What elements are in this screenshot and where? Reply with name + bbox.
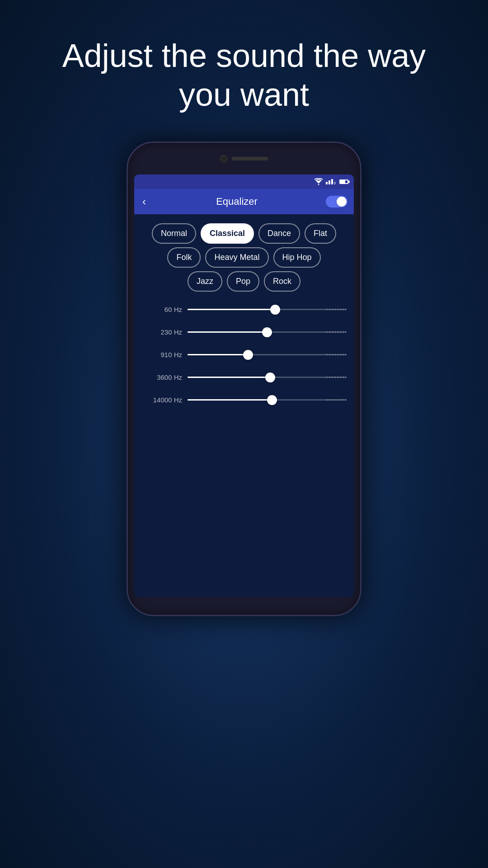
slider-dots (326, 399, 347, 401)
svg-marker-1 (318, 184, 319, 185)
back-button[interactable]: ‹ (141, 193, 148, 210)
slider-3600hz[interactable] (188, 373, 347, 382)
slider-230hz[interactable] (188, 328, 347, 337)
headline-line1: Adjust the sound the way (62, 38, 426, 74)
preset-row-3: Jazz Pop Rock (141, 271, 347, 292)
slider-thumb[interactable] (267, 395, 277, 405)
slider-filled (188, 377, 270, 378)
speaker-grille (232, 157, 268, 160)
preset-hip-hop[interactable]: Hip Hop (273, 247, 321, 268)
headline-line2: you want (179, 76, 309, 113)
slider-filled (188, 354, 248, 355)
slider-thumb[interactable] (265, 373, 275, 382)
slider-thumb[interactable] (243, 350, 253, 360)
slider-label-60hz: 60 Hz (141, 306, 182, 313)
phone-screen: ‹ Equalizer Normal Classical Dance Flat … (134, 175, 354, 597)
slider-filled (188, 309, 275, 310)
preset-classical[interactable]: Classical (201, 223, 254, 244)
slider-dots (326, 331, 347, 333)
slider-60hz[interactable] (188, 305, 347, 314)
slider-label-14000hz: 14000 Hz (141, 396, 182, 404)
slider-row-910hz: 910 Hz (141, 350, 347, 359)
preset-jazz[interactable]: Jazz (188, 271, 222, 292)
battery-icon (339, 179, 348, 184)
wifi-icon (314, 178, 323, 185)
signal-icon (326, 179, 336, 184)
slider-dots (326, 377, 347, 378)
slider-dots (326, 309, 347, 310)
camera-icon (220, 155, 227, 162)
eq-content: Normal Classical Dance Flat Folk Heavy M… (134, 214, 354, 597)
phone-outer: ‹ Equalizer Normal Classical Dance Flat … (127, 142, 361, 616)
phone-mockup: ‹ Equalizer Normal Classical Dance Flat … (127, 142, 361, 616)
slider-dots (326, 354, 347, 355)
preset-flat[interactable]: Flat (305, 223, 336, 244)
slider-row-230hz: 230 Hz (141, 328, 347, 337)
slider-thumb[interactable] (262, 327, 272, 337)
app-title: Equalizer (148, 196, 326, 208)
slider-label-910hz: 910 Hz (141, 351, 182, 359)
preset-pop[interactable]: Pop (227, 271, 259, 292)
eq-sliders: 60 Hz 230 Hz (141, 305, 347, 405)
svg-marker-0 (316, 181, 321, 184)
slider-label-3600hz: 3600 Hz (141, 373, 182, 381)
page-headline: Adjust the sound the way you want (41, 36, 447, 114)
toggle-knob (337, 197, 347, 207)
slider-910hz[interactable] (188, 350, 347, 359)
status-bar (134, 175, 354, 189)
slider-label-230hz: 230 Hz (141, 328, 182, 336)
slider-row-60hz: 60 Hz (141, 305, 347, 314)
slider-thumb[interactable] (270, 305, 280, 315)
slider-row-14000hz: 14000 Hz (141, 396, 347, 405)
slider-row-3600hz: 3600 Hz (141, 373, 347, 382)
app-bar: ‹ Equalizer (134, 189, 354, 214)
preset-rock[interactable]: Rock (264, 271, 300, 292)
slider-filled (188, 331, 267, 333)
preset-row-1: Normal Classical Dance Flat (141, 223, 347, 244)
preset-normal[interactable]: Normal (152, 223, 196, 244)
preset-folk[interactable]: Folk (167, 247, 201, 268)
phone-top-bar (128, 143, 360, 175)
preset-row-2: Folk Heavy Metal Hip Hop (141, 247, 347, 268)
slider-filled (188, 399, 272, 401)
preset-dance[interactable]: Dance (258, 223, 300, 244)
slider-14000hz[interactable] (188, 396, 347, 405)
preset-heavy-metal[interactable]: Heavy Metal (205, 247, 268, 268)
equalizer-toggle[interactable] (326, 196, 347, 208)
